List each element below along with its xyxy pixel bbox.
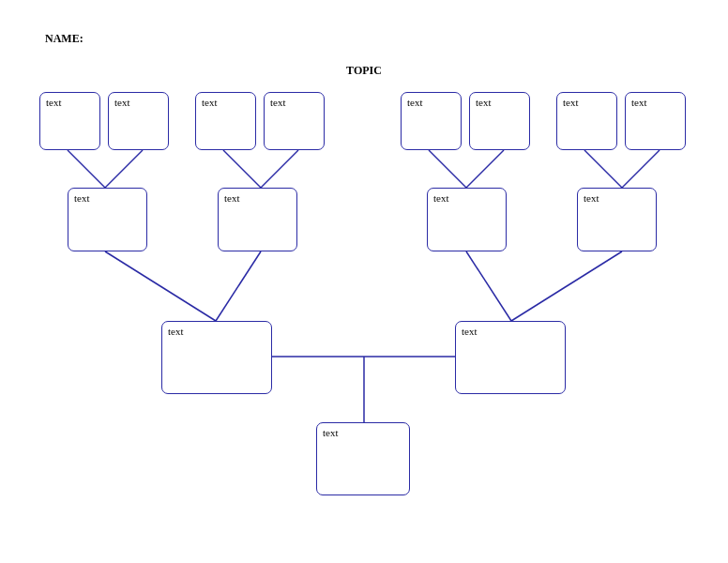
svg-line-0 — [68, 150, 105, 188]
svg-line-7 — [622, 150, 660, 188]
box-text: text — [168, 326, 184, 337]
svg-line-9 — [216, 251, 261, 321]
svg-line-6 — [584, 150, 622, 188]
svg-line-5 — [466, 150, 504, 188]
row3-box-0: text — [161, 321, 272, 394]
box-text: text — [323, 427, 339, 438]
box-text: text — [270, 97, 286, 108]
row2-box-1: text — [218, 188, 297, 251]
row4-box-0: text — [316, 422, 410, 495]
box-text: text — [584, 192, 599, 204]
box-text: text — [433, 192, 449, 204]
row2-box-3: text — [577, 188, 657, 251]
row1-box-0: text — [39, 92, 100, 150]
topic-label: TOPIC — [0, 64, 728, 78]
box-text: text — [563, 97, 579, 108]
svg-line-4 — [429, 150, 466, 188]
row2-box-0: text — [68, 188, 147, 251]
svg-line-10 — [466, 251, 511, 321]
box-text: text — [631, 97, 647, 108]
box-text: text — [114, 97, 130, 108]
row2-box-2: text — [427, 188, 507, 251]
row1-box-1: text — [108, 92, 169, 150]
svg-line-8 — [105, 251, 216, 321]
box-text: text — [476, 97, 492, 108]
svg-line-2 — [223, 150, 261, 188]
row1-box-6: text — [556, 92, 617, 150]
box-text: text — [462, 326, 478, 337]
row1-box-3: text — [264, 92, 325, 150]
box-text: text — [74, 192, 90, 204]
svg-line-11 — [511, 251, 622, 321]
svg-line-3 — [261, 150, 298, 188]
box-text: text — [46, 97, 62, 108]
row1-box-2: text — [195, 92, 256, 150]
row1-box-7: text — [625, 92, 686, 150]
row3-box-1: text — [455, 321, 566, 394]
row1-box-4: text — [401, 92, 462, 150]
box-text: text — [202, 97, 218, 108]
row1-box-5: text — [469, 92, 530, 150]
svg-line-1 — [105, 150, 143, 188]
box-text: text — [224, 192, 240, 204]
box-text: text — [407, 97, 423, 108]
name-label: NAME: — [45, 32, 83, 46]
